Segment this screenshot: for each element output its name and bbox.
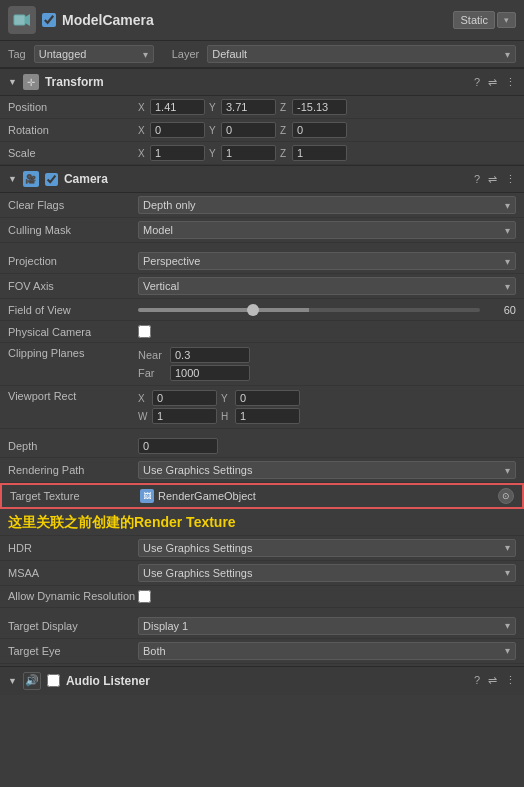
target-eye-select[interactable]: Both bbox=[138, 642, 516, 660]
physical-camera-checkbox[interactable] bbox=[138, 325, 151, 338]
fov-axis-select-wrapper[interactable]: Vertical bbox=[138, 277, 516, 295]
fov-axis-select[interactable]: Vertical bbox=[138, 277, 516, 295]
object-name: ModelCamera bbox=[62, 12, 447, 28]
audio-help-icon[interactable]: ? bbox=[474, 674, 480, 687]
projection-select[interactable]: Perspective bbox=[138, 252, 516, 270]
projection-label: Projection bbox=[8, 255, 138, 267]
clear-flags-select-wrapper[interactable]: Depth only bbox=[138, 196, 516, 214]
vp-h-label: H bbox=[221, 411, 233, 422]
hdr-row: HDR Use Graphics Settings bbox=[0, 536, 524, 561]
vp-x-input[interactable] bbox=[152, 390, 217, 406]
vp-y-input[interactable] bbox=[235, 390, 300, 406]
projection-select-wrapper[interactable]: Perspective bbox=[138, 252, 516, 270]
vp-wh-line: W H bbox=[138, 408, 516, 424]
rendering-path-select[interactable]: Use Graphics Settings bbox=[138, 461, 516, 479]
position-x-label: X bbox=[138, 102, 148, 113]
scale-row: Scale X Y Z bbox=[0, 142, 524, 165]
audio-collapse-arrow[interactable]: ▼ bbox=[8, 676, 17, 686]
tag-layer-row: Tag Untagged Layer Default bbox=[0, 41, 524, 68]
scale-z-field: Z bbox=[280, 145, 347, 161]
camera-collapse-arrow[interactable]: ▼ bbox=[8, 174, 17, 184]
clip-far-input[interactable] bbox=[170, 365, 250, 381]
tag-dropdown[interactable]: Untagged bbox=[34, 45, 154, 63]
static-button[interactable]: Static ▾ bbox=[453, 11, 516, 29]
fov-axis-label: FOV Axis bbox=[8, 280, 138, 292]
rotation-y-input[interactable] bbox=[221, 122, 276, 138]
scale-x-input[interactable] bbox=[150, 145, 205, 161]
position-x-input[interactable] bbox=[150, 99, 205, 115]
msaa-select[interactable]: Use Graphics Settings bbox=[138, 564, 516, 582]
clip-far-label: Far bbox=[138, 367, 166, 379]
scale-y-input[interactable] bbox=[221, 145, 276, 161]
vp-w-field: W bbox=[138, 408, 217, 424]
transform-layout-icon[interactable]: ⇌ bbox=[488, 76, 497, 89]
culling-mask-select-wrapper[interactable]: Model bbox=[138, 221, 516, 239]
hdr-select-wrapper[interactable]: Use Graphics Settings bbox=[138, 539, 516, 557]
position-y-input[interactable] bbox=[221, 99, 276, 115]
audio-menu-icon[interactable]: ⋮ bbox=[505, 674, 516, 687]
position-xyz: X Y Z bbox=[138, 99, 516, 115]
vp-w-input[interactable] bbox=[152, 408, 217, 424]
depth-row: Depth bbox=[0, 435, 524, 458]
clip-near-input[interactable] bbox=[170, 347, 250, 363]
camera-menu-icon[interactable]: ⋮ bbox=[505, 173, 516, 186]
audio-active-checkbox[interactable] bbox=[47, 674, 60, 687]
camera-active-checkbox[interactable] bbox=[45, 173, 58, 186]
rotation-z-field: Z bbox=[280, 122, 347, 138]
allow-dynamic-checkbox[interactable] bbox=[138, 590, 151, 603]
transform-help-icon[interactable]: ? bbox=[474, 76, 480, 89]
target-texture-container: Target Texture 🖼 RenderGameObject ⊙ 这里关联… bbox=[0, 483, 524, 536]
msaa-row: MSAA Use Graphics Settings bbox=[0, 561, 524, 586]
layer-dropdown[interactable]: Default bbox=[207, 45, 516, 63]
rotation-x-input[interactable] bbox=[150, 122, 205, 138]
hdr-select[interactable]: Use Graphics Settings bbox=[138, 539, 516, 557]
clear-flags-label: Clear Flags bbox=[8, 199, 138, 211]
msaa-select-wrapper[interactable]: Use Graphics Settings bbox=[138, 564, 516, 582]
tag-label: Tag bbox=[8, 48, 26, 60]
position-z-input[interactable] bbox=[292, 99, 347, 115]
clip-near-label: Near bbox=[138, 349, 166, 361]
target-display-select-wrapper[interactable]: Display 1 bbox=[138, 617, 516, 635]
position-y-field: Y bbox=[209, 99, 276, 115]
depth-input[interactable] bbox=[138, 438, 218, 454]
allow-dynamic-row: Allow Dynamic Resolution bbox=[0, 586, 524, 608]
audio-layout-icon[interactable]: ⇌ bbox=[488, 674, 497, 687]
target-display-select[interactable]: Display 1 bbox=[138, 617, 516, 635]
vp-x-field: X bbox=[138, 390, 217, 406]
rotation-label: Rotation bbox=[8, 124, 138, 136]
vp-h-input[interactable] bbox=[235, 408, 300, 424]
camera-layout-icon[interactable]: ⇌ bbox=[488, 173, 497, 186]
viewport-rect-row: Viewport Rect X Y W H bbox=[0, 386, 524, 429]
camera-section-header[interactable]: ▼ 🎥 Camera ? ⇌ ⋮ bbox=[0, 165, 524, 193]
scale-y-label: Y bbox=[209, 148, 219, 159]
rotation-z-input[interactable] bbox=[292, 122, 347, 138]
viewport-rect-label: Viewport Rect bbox=[8, 390, 138, 402]
scale-z-input[interactable] bbox=[292, 145, 347, 161]
transform-menu-icon[interactable]: ⋮ bbox=[505, 76, 516, 89]
rotation-y-label: Y bbox=[209, 125, 219, 136]
fov-label: Field of View bbox=[8, 304, 138, 316]
audio-listener-section[interactable]: ▼ 🔊 Audio Listener ? ⇌ ⋮ bbox=[0, 666, 524, 695]
target-texture-value: RenderGameObject bbox=[158, 490, 494, 502]
transform-collapse-arrow[interactable]: ▼ bbox=[8, 77, 17, 87]
object-active-checkbox[interactable] bbox=[42, 13, 56, 27]
rendering-path-select-wrapper[interactable]: Use Graphics Settings bbox=[138, 461, 516, 479]
svg-rect-0 bbox=[14, 15, 25, 25]
vp-w-label: W bbox=[138, 411, 150, 422]
rotation-row: Rotation X Y Z bbox=[0, 119, 524, 142]
culling-mask-row: Culling Mask Model bbox=[0, 218, 524, 243]
target-eye-select-wrapper[interactable]: Both bbox=[138, 642, 516, 660]
culling-mask-select[interactable]: Model bbox=[138, 221, 516, 239]
clipping-planes-fields: Near Far bbox=[138, 347, 516, 381]
rotation-z-label: Z bbox=[280, 125, 290, 136]
rotation-xyz: X Y Z bbox=[138, 122, 516, 138]
camera-help-icon[interactable]: ? bbox=[474, 173, 480, 186]
svg-marker-1 bbox=[25, 14, 30, 26]
layer-label: Layer bbox=[172, 48, 200, 60]
target-texture-select-button[interactable]: ⊙ bbox=[498, 488, 514, 504]
transform-section-header[interactable]: ▼ ✛ Transform ? ⇌ ⋮ bbox=[0, 68, 524, 96]
projection-row: Projection Perspective bbox=[0, 249, 524, 274]
fov-slider[interactable] bbox=[138, 308, 480, 312]
culling-mask-label: Culling Mask bbox=[8, 224, 138, 236]
clear-flags-select[interactable]: Depth only bbox=[138, 196, 516, 214]
